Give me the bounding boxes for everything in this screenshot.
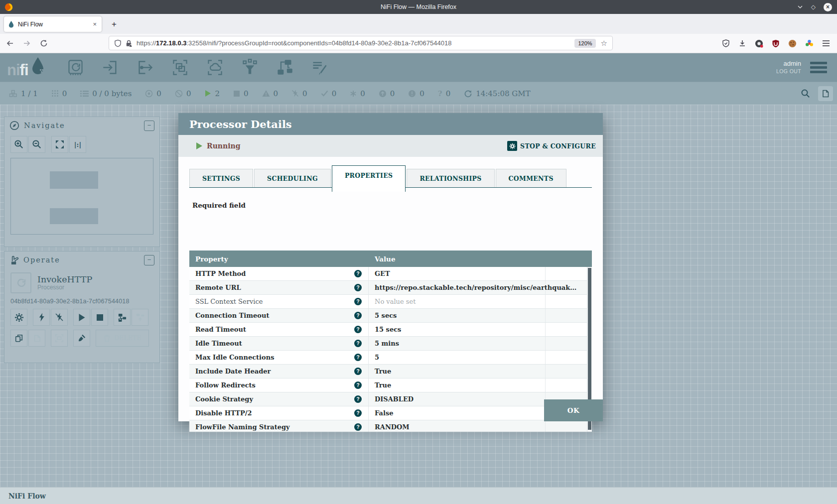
template-tool-icon[interactable] (276, 58, 294, 77)
help-icon[interactable]: ? (354, 326, 362, 333)
status-refresh[interactable]: 14:45:08 GMT (464, 89, 530, 98)
zoom-in-button[interactable] (10, 136, 27, 153)
window-maximize-icon[interactable]: ◇ (811, 3, 816, 10)
collapse-navigate-button[interactable]: − (144, 121, 154, 131)
process-group-tool-icon[interactable] (171, 58, 189, 77)
help-icon[interactable]: ? (354, 368, 362, 375)
status-not-transmitting: 0 (175, 89, 191, 98)
browser-tabstrip: NiFi Flow × + (0, 14, 837, 34)
table-row[interactable]: FlowFile Naming Strategy? RANDOM (189, 420, 592, 432)
protections-shield-icon[interactable] (722, 39, 730, 47)
help-icon[interactable]: ? (354, 395, 362, 403)
zoom-level-badge[interactable]: 120% (574, 39, 595, 48)
browser-tab[interactable]: NiFi Flow × (4, 16, 102, 32)
save-template-button[interactable] (114, 309, 131, 326)
extension-cookie-icon[interactable] (788, 39, 797, 48)
zoom-fit-button[interactable] (51, 136, 68, 153)
processor-tool-icon[interactable] (66, 58, 85, 77)
table-row[interactable]: Cookie Strategy? DISABLED (189, 392, 592, 406)
stop-button[interactable] (91, 309, 108, 326)
menu-hamburger-icon[interactable] (822, 40, 830, 47)
extension-pinwheel-icon[interactable] (805, 39, 814, 48)
back-button[interactable] (6, 39, 14, 47)
search-icon[interactable] (801, 89, 810, 98)
running-state-icon (196, 142, 202, 149)
reload-button[interactable] (40, 39, 48, 47)
tab-properties[interactable]: PROPERTIES (332, 165, 406, 192)
zoom-actual-size-button[interactable]: |:| (69, 136, 86, 153)
tab-close-icon[interactable]: × (92, 20, 98, 28)
table-row[interactable]: Follow Redirects? True (189, 378, 592, 392)
tab-relationships[interactable]: RELATIONSHIPS (407, 169, 494, 188)
tab-settings[interactable]: SETTINGS (189, 169, 253, 188)
zoom-out-button[interactable] (28, 136, 45, 153)
output-port-tool-icon[interactable] (136, 58, 154, 77)
property-name: Connection Timeout (195, 312, 269, 319)
url-bar[interactable]: https://172.18.0.3:32558/nifi/?processGr… (109, 36, 613, 50)
settings-panel-button[interactable] (818, 86, 833, 101)
help-icon[interactable]: ? (354, 270, 362, 277)
table-row[interactable]: Connection Timeout? 5 secs (189, 309, 592, 323)
play-icon (78, 313, 86, 322)
window-close-icon[interactable]: × (824, 3, 832, 11)
tracking-shield-icon[interactable] (114, 39, 122, 47)
global-menu-icon[interactable] (810, 62, 827, 73)
table-row[interactable]: Include Date Header? True (189, 365, 592, 378)
ok-button[interactable]: OK (544, 399, 603, 421)
help-icon[interactable]: ? (354, 381, 362, 389)
help-icon[interactable]: ? (354, 298, 362, 305)
nifi-status-bar: 1 / 1 0 0 / 0 bytes 0 0 2 0 0 0 0 0 0 0 … (0, 82, 837, 105)
property-name: Disable HTTP/2 (195, 409, 252, 417)
property-value: 5 secs (375, 312, 397, 319)
run-state-label: Running (207, 142, 240, 150)
breadcrumb[interactable]: NiFi Flow (0, 487, 837, 504)
tab-comments[interactable]: COMMENTS (496, 169, 566, 188)
gear-icon (14, 313, 24, 322)
table-row[interactable]: Disable HTTP/2? False (189, 406, 592, 420)
table-row[interactable]: SSL Context Service? No value set (189, 295, 592, 309)
label-tool-icon[interactable] (310, 58, 329, 77)
instantiate-template-button (132, 309, 148, 326)
window-minimize-icon[interactable] (797, 4, 803, 10)
property-column-header: Property (189, 255, 369, 263)
logout-link[interactable]: LOG OUT (776, 68, 801, 75)
stop-and-configure-button[interactable]: STOP & CONFIGURE (507, 141, 596, 151)
extension-mask-icon[interactable] (755, 39, 763, 48)
enable-button[interactable] (33, 309, 50, 326)
birdseye-minimap[interactable] (10, 158, 153, 235)
help-icon[interactable]: ? (354, 284, 362, 291)
tab-scheduling[interactable]: SCHEDULING (254, 169, 331, 188)
remote-process-group-tool-icon[interactable] (206, 58, 224, 77)
download-icon[interactable] (738, 39, 746, 47)
table-row[interactable]: Idle Timeout? 5 mins (189, 337, 592, 351)
component-id: 04b8fd14-80a9-30e2-8b1a-7cf067544018 (10, 298, 153, 305)
help-icon[interactable]: ? (354, 354, 362, 361)
change-color-button[interactable] (73, 330, 90, 347)
refresh-icon[interactable] (464, 89, 472, 98)
table-row[interactable]: Read Timeout? 15 secs (189, 323, 592, 337)
input-port-tool-icon[interactable] (101, 58, 120, 77)
help-icon[interactable]: ? (354, 423, 362, 431)
help-icon[interactable]: ? (354, 312, 362, 319)
table-row[interactable]: HTTP Method? GET (189, 267, 592, 281)
disable-button[interactable] (51, 309, 68, 326)
nifi-header: nifi admin LOG OUT (0, 53, 837, 82)
start-button[interactable] (73, 309, 90, 326)
bookmark-star-icon[interactable]: ☆ (601, 39, 607, 48)
paste-icon (32, 334, 41, 343)
collapse-operate-button[interactable]: − (144, 255, 154, 265)
locally-modified-asterisk-icon (350, 90, 357, 97)
zoom-fit-icon (55, 139, 65, 149)
extension-ublock-icon[interactable] (772, 39, 780, 48)
help-icon[interactable]: ? (354, 409, 362, 417)
copy-button[interactable] (10, 330, 27, 347)
url-text[interactable]: https://172.18.0.3:32558/nifi/?processGr… (137, 39, 574, 47)
help-icon[interactable]: ? (354, 340, 362, 347)
forward-button[interactable] (23, 39, 31, 47)
table-row[interactable]: Remote URL? https://repo.stackable.tech/… (189, 281, 592, 295)
table-row[interactable]: Max Idle Connections? 5 (189, 351, 592, 365)
configure-button[interactable] (10, 309, 27, 326)
funnel-tool-icon[interactable] (241, 58, 259, 77)
lock-warning-icon[interactable] (125, 39, 133, 47)
new-tab-button[interactable]: + (108, 18, 121, 31)
